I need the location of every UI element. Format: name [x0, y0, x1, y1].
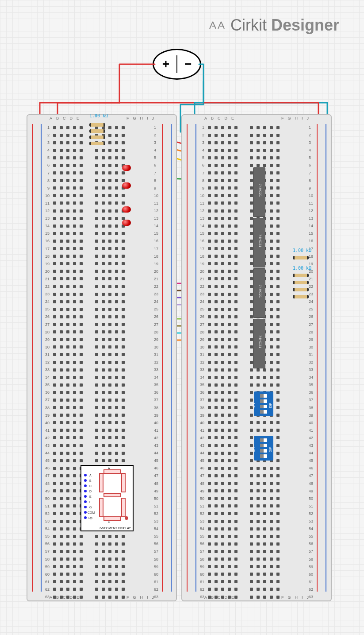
tie-row[interactable]: 4040 [51, 419, 152, 426]
ic-74hc21-2[interactable]: 74HC21 [253, 218, 265, 267]
tie-row[interactable]: 1717 [51, 245, 152, 252]
tie-row[interactable]: 3434 [51, 374, 152, 381]
tie-row[interactable]: 1111 [51, 200, 152, 207]
tie-row[interactable]: 1515 [51, 230, 152, 237]
tie-row[interactable]: 5454 [206, 525, 307, 532]
tie-row[interactable]: 3535 [51, 381, 152, 388]
tie-row[interactable]: 3030 [51, 344, 152, 351]
tie-row[interactable]: 5252 [206, 510, 307, 517]
tie-row[interactable]: 44 [206, 147, 307, 154]
tie-row[interactable]: 2727 [51, 321, 152, 328]
tie-row[interactable]: 22 [206, 132, 307, 139]
tie-row[interactable]: 6060 [206, 571, 307, 578]
tie-row[interactable]: 1414 [51, 222, 152, 229]
tie-row[interactable]: 5959 [206, 563, 307, 570]
tie-row[interactable]: 6161 [51, 578, 152, 585]
tie-row[interactable]: 3535 [206, 381, 307, 388]
resistor-r2[interactable] [89, 129, 105, 133]
tie-row[interactable]: 55 [206, 154, 307, 161]
tie-row[interactable]: 11 [206, 124, 307, 131]
tie-row[interactable]: 3131 [51, 351, 152, 358]
tie-row[interactable]: 5757 [51, 548, 152, 555]
tie-row[interactable]: 33 [206, 139, 307, 146]
tie-row[interactable]: 1313 [51, 215, 152, 222]
tie-row[interactable]: 6161 [206, 578, 307, 585]
ic-74hc21-1[interactable]: 74HC21 [253, 167, 265, 217]
led-2[interactable] [122, 182, 131, 189]
resistor-r1[interactable] [89, 123, 105, 127]
tie-row[interactable]: 2626 [51, 313, 152, 320]
tie-row[interactable]: 5353 [206, 518, 307, 525]
tie-row[interactable]: 2323 [51, 290, 152, 298]
tie-row[interactable]: 4949 [206, 488, 307, 495]
tie-row[interactable]: 88 [51, 177, 152, 184]
tie-row[interactable]: 99 [51, 185, 152, 192]
tie-row[interactable]: 1010 [51, 192, 152, 199]
tie-row[interactable]: 2525 [51, 306, 152, 313]
tie-row[interactable]: 4646 [206, 465, 307, 472]
ic-74hc21-3[interactable]: 74HC21 [253, 268, 265, 318]
tie-row[interactable]: 4141 [206, 427, 307, 434]
resistor-r6[interactable] [293, 274, 309, 277]
resistor-r9[interactable] [293, 295, 309, 298]
tie-row[interactable]: 1919 [51, 260, 152, 267]
tie-row[interactable]: 4040 [206, 419, 307, 426]
tie-row[interactable]: 2222 [51, 283, 152, 290]
breadboard-left[interactable]: ABCDEFGHIJ ABCDEFGHIJ 112233445566778899… [27, 114, 177, 601]
tie-row[interactable]: 2424 [51, 298, 152, 305]
tie-row[interactable]: 3838 [51, 404, 152, 411]
tie-row[interactable]: 5555 [206, 533, 307, 540]
led-1[interactable] [122, 165, 131, 171]
tie-row[interactable]: 3232 [51, 359, 152, 366]
tie-row[interactable]: 3939 [51, 412, 152, 419]
tie-row[interactable]: 6060 [51, 571, 152, 578]
tie-row[interactable]: 5151 [206, 503, 307, 510]
resistor-r7[interactable] [293, 281, 309, 284]
tie-row[interactable]: 2121 [51, 275, 152, 283]
tie-row[interactable]: 4141 [51, 427, 152, 434]
tie-row[interactable]: 5555 [51, 533, 152, 540]
resistor-r5[interactable] [293, 256, 309, 259]
tie-row[interactable]: 1818 [51, 253, 152, 260]
led-4[interactable] [122, 220, 131, 226]
tie-row[interactable]: 5656 [206, 540, 307, 547]
tie-row[interactable]: 5757 [206, 548, 307, 555]
tie-row[interactable]: 77 [51, 170, 152, 177]
tie-row[interactable]: 3737 [51, 396, 152, 403]
tie-row[interactable]: 6363 [51, 593, 152, 600]
dip-switch-2[interactable]: ON DIP [254, 436, 273, 461]
seven-segment-display[interactable]: A B C D E F G COM Dp A D 7-SEGMENT DISPL… [80, 465, 134, 531]
resistor-r8[interactable] [293, 288, 309, 291]
tie-row[interactable]: 4444 [51, 449, 152, 457]
tie-row[interactable]: 2828 [51, 329, 152, 336]
tie-row[interactable]: 2929 [51, 336, 152, 343]
ic-74hc21-4[interactable]: 74HC21 [253, 319, 265, 368]
tie-row[interactable]: 3636 [51, 389, 152, 396]
tie-row[interactable]: 6363 [206, 593, 307, 600]
tie-row[interactable]: 4242 [51, 434, 152, 441]
tie-row[interactable]: 4343 [51, 442, 152, 449]
led-3[interactable] [122, 206, 131, 213]
tie-row[interactable]: 4848 [206, 480, 307, 487]
tie-row[interactable]: 2020 [51, 268, 152, 275]
tie-row[interactable]: 44 [51, 147, 152, 154]
tie-row[interactable]: 4545 [51, 457, 152, 464]
tie-row[interactable]: 3434 [206, 374, 307, 381]
resistor-r4[interactable] [89, 142, 105, 145]
breadboard-right[interactable]: ABCDEFGHIJ ABCDEFGHIJ 112233445566778899… [181, 114, 332, 601]
tie-row[interactable]: 1212 [51, 207, 152, 214]
tie-row[interactable]: 3333 [51, 366, 152, 373]
tie-row[interactable]: 66 [51, 162, 152, 169]
tie-row[interactable]: 5858 [206, 556, 307, 563]
tie-row[interactable]: 5656 [51, 540, 152, 547]
tie-row[interactable]: 6262 [51, 586, 152, 593]
tie-row[interactable]: 55 [51, 154, 152, 161]
tie-row[interactable]: 4747 [206, 472, 307, 479]
tie-row[interactable]: 5959 [51, 563, 152, 570]
dip-switch-1[interactable]: ON DIP [254, 391, 273, 416]
resistor-r3[interactable] [89, 136, 105, 139]
tie-row[interactable]: 5050 [206, 495, 307, 502]
tie-row[interactable]: 6262 [206, 586, 307, 593]
tie-row[interactable]: 5858 [51, 556, 152, 563]
tie-row[interactable]: 1616 [51, 237, 152, 244]
